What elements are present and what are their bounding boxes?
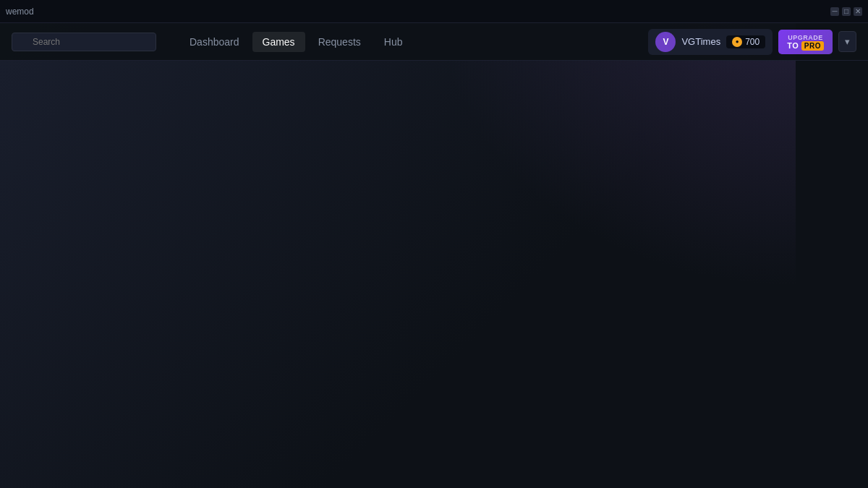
coin-badge: ● 700 (726, 35, 765, 48)
coin-icon: ● (732, 37, 742, 47)
coin-count: 700 (745, 37, 760, 47)
chevron-down-button[interactable]: ▾ (838, 31, 856, 52)
bg-overlay (0, 0, 868, 488)
nav-hub[interactable]: Hub (374, 32, 413, 52)
maximize-button[interactable]: □ (842, 7, 851, 16)
user-badge: V VGTimes ● 700 (648, 29, 773, 55)
navbar: 🔍 Dashboard Games Requests Hub V VGTimes… (0, 23, 868, 61)
nav-right: V VGTimes ● 700 UPGRADE TO PRO ▾ (648, 29, 856, 55)
titlebar: wemod ─ □ ✕ (0, 0, 868, 23)
app-title: wemod (6, 7, 34, 17)
pro-badge: PRO (801, 41, 824, 51)
upgrade-button[interactable]: UPGRADE TO PRO (778, 30, 833, 54)
username: VGTimes (681, 36, 720, 47)
avatar: V (655, 32, 676, 52)
upgrade-label-line1: UPGRADE (787, 34, 824, 41)
search-input[interactable] (12, 33, 156, 51)
nav-games[interactable]: Games (252, 32, 305, 52)
nav-dashboard[interactable]: Dashboard (179, 32, 250, 52)
titlebar-left: wemod (6, 7, 34, 17)
window-controls: ─ □ ✕ (830, 7, 862, 16)
nav-links: Dashboard Games Requests Hub (179, 32, 648, 52)
close-button[interactable]: ✕ (854, 7, 862, 16)
minimize-button[interactable]: ─ (830, 7, 839, 16)
nav-requests[interactable]: Requests (308, 32, 371, 52)
upgrade-label-line2: TO (787, 41, 799, 50)
search-wrap: 🔍 (12, 33, 156, 51)
